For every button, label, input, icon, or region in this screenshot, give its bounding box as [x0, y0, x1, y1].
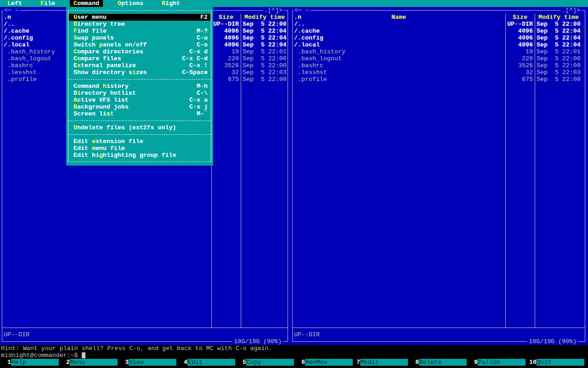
- menubar-item-right[interactable]: Right: [158, 0, 184, 7]
- menubar-item-file[interactable]: File: [37, 0, 59, 7]
- hotkey-letter: S: [74, 34, 77, 41]
- fkey-number: 9: [467, 359, 478, 366]
- menu-item-label: Background jobs: [74, 104, 129, 110]
- file-row[interactable]: /.local4096Sep 5 22:04: [290, 41, 588, 48]
- menu-item-label: External panelize: [74, 62, 136, 69]
- panel-path[interactable]: <─ ~: [3, 7, 20, 14]
- menu-item-screen-list[interactable]: Screen listM-`: [69, 110, 210, 117]
- menu-item-command-history[interactable]: Command historyM-h: [69, 83, 210, 90]
- hotkey-letter: U: [74, 14, 77, 21]
- menu-item-label: Directory hotlist: [74, 90, 136, 97]
- column-header-size[interactable]: Size: [513, 14, 527, 21]
- file-size: 4096: [507, 41, 533, 48]
- menu-item-shortcut: C-o: [197, 41, 208, 48]
- panel-controls-icon[interactable]: .[^]>: [263, 7, 284, 14]
- hotkey-letter: m: [92, 145, 96, 152]
- file-row[interactable]: .bash_history19Sep 5 22:01: [290, 48, 588, 55]
- menu-item-directory-hotlist[interactable]: Directory hotlistC-\: [69, 90, 210, 97]
- menu-item-directory-tree[interactable]: Directory tree: [69, 21, 210, 28]
- panel-path[interactable]: <─ ~: [293, 7, 311, 14]
- mini-status-separator: [2, 328, 288, 328]
- menu-item-shortcut: C-\: [197, 90, 208, 97]
- hotkey-letter: F: [74, 28, 77, 34]
- column-header-size[interactable]: Size: [219, 14, 233, 21]
- file-mtime: Sep 5 22:04: [243, 28, 287, 34]
- menubar-item-command[interactable]: Command: [70, 0, 103, 7]
- file-name: /.config: [294, 34, 323, 41]
- menu-item-label: Directory tree: [74, 21, 125, 28]
- hotkey-letter: F: [40, 0, 44, 7]
- file-name: /.config: [4, 34, 33, 41]
- file-mtime: Sep 5 22:03: [537, 69, 581, 76]
- shell-prompt[interactable]: midnight@commander:~$: [1, 352, 78, 359]
- file-row[interactable]: .profile675Sep 5 22:00: [290, 76, 588, 83]
- file-mtime: Sep 5 22:04: [243, 41, 287, 48]
- file-size: 32: [507, 69, 533, 76]
- file-name: /.cache: [294, 28, 320, 34]
- file-row[interactable]: .bash_logout220Sep 5 22:00: [290, 55, 588, 62]
- file-row[interactable]: /.config4096Sep 5 22:04: [290, 34, 588, 41]
- menu-item-label: Undelete files (ext2fs only): [74, 124, 176, 131]
- hotkey-letter: R: [162, 0, 165, 7]
- fkey-number: 7: [349, 359, 360, 366]
- menu-item-label: Switch panels on/off: [74, 41, 147, 48]
- fkey-label: Copy: [246, 359, 294, 366]
- hotkey-letter: O: [118, 0, 121, 7]
- menu-item-label: Active VFS list: [74, 97, 129, 104]
- menu-item-label: Edit menu file: [74, 145, 125, 152]
- file-size: 4096: [213, 28, 239, 34]
- hint-line: Hint: Want your plain shell? Press C-o, …: [1, 345, 272, 352]
- file-mtime: Sep 5 22:01: [537, 48, 581, 55]
- file-mtime: Sep 5 22:00: [243, 62, 287, 69]
- menu-item-find-file[interactable]: Find fileM-?: [69, 28, 210, 34]
- menu-item-label: Show directory sizes: [74, 69, 147, 76]
- hotkey-letter: L: [7, 0, 11, 7]
- file-size: 220: [507, 55, 533, 62]
- menu-item-active-vfs-list[interactable]: Active VFS listC-x a: [69, 97, 210, 104]
- menu-item-label: Screen list: [74, 110, 114, 117]
- file-row[interactable]: /..UP--DIRSep 5 22:00: [290, 21, 588, 28]
- file-size: 19: [213, 48, 239, 55]
- menu-item-show-directory-sizes[interactable]: Show directory sizesC-Space: [69, 69, 210, 76]
- column-header-mtime[interactable]: Modify time: [538, 14, 579, 21]
- menu-item-external-panelize[interactable]: External panelizeC-x !: [69, 62, 210, 69]
- menu-item-edit-menu-file[interactable]: Edit menu file: [69, 145, 210, 152]
- file-mtime: Sep 5 22:00: [537, 21, 581, 28]
- file-mtime: Sep 5 22:00: [537, 55, 581, 62]
- panel-controls-icon[interactable]: .[^]>: [560, 7, 582, 14]
- file-mtime: Sep 5 22:03: [243, 69, 287, 76]
- column-header-mtime[interactable]: Modify time: [244, 14, 285, 21]
- file-mtime: Sep 5 22:00: [537, 76, 581, 83]
- column-header-name[interactable]: Name: [391, 14, 406, 21]
- file-name: .lesshst: [4, 69, 37, 76]
- fkey-number: 1: [0, 359, 11, 366]
- file-row[interactable]: /.cache4096Sep 5 22:04: [290, 28, 588, 34]
- file-row[interactable]: .bashrc3526Sep 5 22:00: [290, 62, 588, 69]
- menu-item-edit-highlighting-group-file[interactable]: Edit highlighting group file: [69, 152, 210, 159]
- menu-item-compare-directories[interactable]: Compare directoriesC-x d: [69, 48, 210, 55]
- file-size: UP--DIR: [507, 21, 533, 28]
- menu-item-shortcut: M-h: [197, 83, 208, 90]
- menubar-item-left[interactable]: Left: [4, 0, 26, 7]
- menu-item-edit-extension-file[interactable]: Edit extension file: [69, 138, 210, 145]
- sort-indicator[interactable]: .n: [294, 14, 301, 21]
- menu-item-shortcut: C-x d: [189, 48, 208, 55]
- menu-item-user-menu[interactable]: User menuF2: [69, 14, 210, 21]
- menu-item-undelete-files-ext2fs-only-[interactable]: Undelete files (ext2fs only): [69, 124, 210, 131]
- fkey-label: Quit: [537, 359, 584, 366]
- menu-item-background-jobs[interactable]: Background jobsC-x j: [69, 104, 210, 110]
- menu-separator: [68, 121, 211, 121]
- file-row[interactable]: .lesshst32Sep 5 22:03: [290, 69, 588, 76]
- menu-item-switch-panels-on-off[interactable]: Switch panels on/offC-o: [69, 41, 210, 48]
- menubar-item-options[interactable]: Options: [114, 0, 147, 7]
- file-mtime: Sep 5 22:00: [243, 76, 287, 83]
- hotkey-letter: D: [74, 21, 77, 28]
- file-size: 4096: [213, 34, 239, 41]
- menu-item-compare-files[interactable]: Compare filesC-x C-d: [69, 55, 210, 62]
- file-name: /..: [294, 21, 305, 28]
- menu-item-shortcut: C-x C-d: [182, 55, 208, 62]
- menu-item-swap-panels[interactable]: Swap panelsC-u: [69, 34, 210, 41]
- menu-item-shortcut: C-Space: [182, 69, 208, 76]
- right-panel: <─ ~.[^]>.nNameSizeModify time/..UP--DIR…: [290, 7, 588, 345]
- sort-indicator[interactable]: .n: [4, 14, 11, 21]
